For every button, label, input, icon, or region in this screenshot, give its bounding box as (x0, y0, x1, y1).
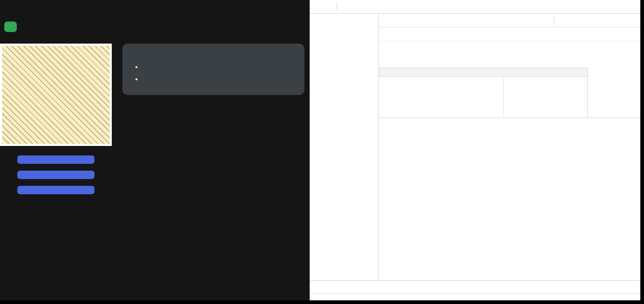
more-tabs-button[interactable] (339, 0, 344, 13)
page-content (0, 44, 310, 201)
devtools-menu-icon[interactable] (614, 2, 626, 12)
delete-selected-icon[interactable] (569, 15, 581, 26)
close-drawer-icon[interactable] (626, 282, 638, 292)
list-item (143, 62, 295, 72)
list-item (143, 74, 295, 85)
clear-storage-icon[interactable] (557, 15, 568, 26)
panel-title (379, 27, 640, 41)
table-header-row (379, 68, 587, 77)
drawer-tabbar (310, 280, 640, 293)
filter-box[interactable] (394, 15, 551, 26)
filter-funnel-icon (396, 15, 407, 26)
code-links-list (132, 62, 295, 84)
shared-storage-panel (379, 14, 640, 280)
console-messages-badge[interactable] (587, 2, 600, 12)
application-sidebar (310, 14, 379, 280)
devtools-tabbar (310, 0, 640, 14)
tabbar-right-controls (587, 0, 640, 13)
toolbar-divider (554, 16, 554, 24)
set-even-distribution-button[interactable] (17, 171, 94, 179)
close-devtools-icon[interactable] (627, 2, 638, 12)
demo-column (0, 44, 112, 201)
top-navigation (0, 0, 310, 7)
message-bubble-icon (587, 2, 599, 12)
table-empty-area (379, 77, 587, 118)
device-toolbar-icon[interactable] (323, 2, 335, 12)
filter-input[interactable] (409, 17, 541, 24)
entry-preview-pane (379, 118, 640, 280)
refresh-icon[interactable] (381, 15, 393, 26)
settings-gear-icon[interactable] (601, 2, 613, 12)
set-weighted-distribution-button[interactable] (17, 186, 94, 194)
page-header (4, 22, 310, 32)
drawer-menu-icon[interactable] (312, 282, 324, 292)
entries-table (379, 68, 588, 118)
publisher-page-a (0, 0, 310, 300)
inspect-element-icon[interactable] (312, 2, 323, 12)
set-sequential-button[interactable] (17, 155, 94, 164)
shared-storage-toolbar (379, 14, 640, 27)
toolbar-divider (336, 3, 337, 11)
publisher-badge (4, 22, 17, 32)
devtools-body (310, 14, 640, 280)
description-panel (122, 44, 304, 95)
whats-new-heading (310, 293, 640, 300)
storage-metadata (379, 41, 640, 44)
devtools-window (310, 0, 640, 300)
creative-ad-frame[interactable] (0, 44, 112, 146)
